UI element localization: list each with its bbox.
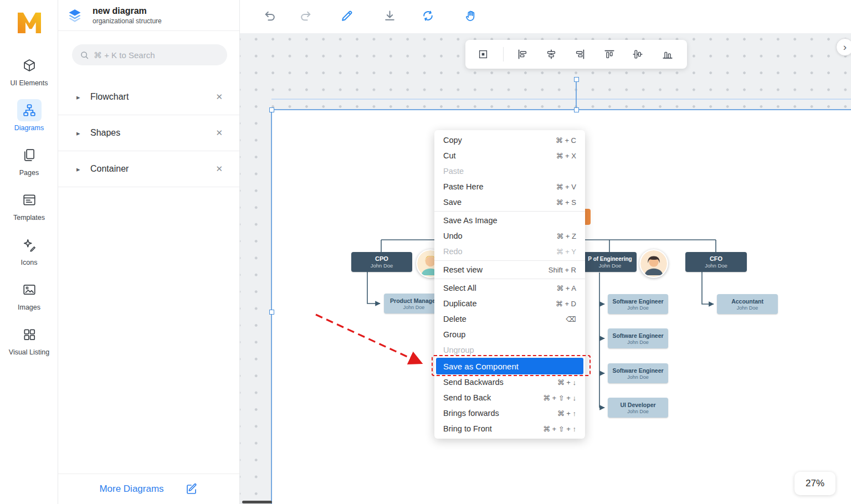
org-node-software-engineer-2[interactable]: Software Engineer John Doe bbox=[608, 328, 668, 348]
search-icon bbox=[80, 50, 89, 60]
menu-item-redo: Redo ⌘ + Y bbox=[434, 244, 585, 259]
chevron-right-icon[interactable]: ▸ bbox=[76, 165, 90, 173]
selection-handle-top-left[interactable] bbox=[269, 107, 274, 112]
edit-square-icon[interactable] bbox=[185, 482, 198, 496]
context-menu: Copy ⌘ + C Cut ⌘ + X Paste Paste Here ⌘ … bbox=[434, 130, 585, 439]
selection-handle-middle-left[interactable] bbox=[269, 310, 274, 315]
rail-item-visual-listing[interactable]: Visual Listing bbox=[0, 323, 58, 368]
menu-item-save[interactable]: Save ⌘ + S bbox=[434, 194, 585, 210]
menu-divider bbox=[434, 260, 585, 261]
section-container[interactable]: ▸ Container ✕ bbox=[58, 151, 239, 187]
alignment-toolbar bbox=[465, 40, 687, 69]
org-node-ui-developer[interactable]: UI Developer John Doe bbox=[608, 398, 668, 418]
menu-item-bring-to-front[interactable]: Bring to Front ⌘ + ⇧ + ↑ bbox=[434, 421, 585, 436]
chevron-right-icon[interactable]: ▸ bbox=[76, 129, 90, 137]
zoom-level-badge[interactable]: 27% bbox=[794, 472, 835, 495]
pages-icon bbox=[17, 144, 42, 166]
menu-divider bbox=[434, 279, 585, 279]
avatar-vp-engineering[interactable] bbox=[639, 249, 668, 278]
sidebar-footer: More Diagrams bbox=[58, 474, 239, 504]
menu-item-save-as-image[interactable]: Save As Image bbox=[434, 213, 585, 228]
org-node-vp-engineering[interactable]: P of Engineering John Doe bbox=[583, 252, 637, 272]
menu-divider bbox=[434, 211, 585, 212]
close-icon[interactable]: ✕ bbox=[216, 92, 223, 102]
org-node-accountant[interactable]: Accountant John Doe bbox=[717, 294, 778, 314]
org-node-cpo[interactable]: CPO John Doe bbox=[351, 252, 412, 272]
menu-item-paste-here[interactable]: Paste Here ⌘ + V bbox=[434, 179, 585, 194]
sync-icon[interactable] bbox=[420, 8, 435, 23]
sparkle-pencil-icon bbox=[17, 234, 42, 256]
menu-item-delete[interactable]: Delete ⌫ bbox=[434, 311, 585, 327]
menu-item-save-as-component[interactable]: Save as Component bbox=[436, 358, 583, 374]
align-center-horizontal-icon[interactable] bbox=[545, 48, 557, 60]
menu-item-brings-forwards[interactable]: Brings forwards ⌘ + ↑ bbox=[434, 405, 585, 421]
align-middle-icon[interactable] bbox=[632, 48, 644, 60]
selection-handle-top-center[interactable] bbox=[574, 107, 579, 112]
search-box[interactable] bbox=[72, 44, 227, 65]
horizontal-scrollbar-thumb[interactable] bbox=[242, 501, 272, 503]
menu-item-reset-view[interactable]: Reset view Shift + R bbox=[434, 262, 585, 277]
picture-icon bbox=[17, 279, 42, 301]
menu-item-ungroup: Ungroup bbox=[434, 342, 585, 358]
chevron-right-edge-button[interactable]: › bbox=[836, 38, 851, 56]
org-node-software-engineer-1[interactable]: Software Engineer John Doe bbox=[608, 294, 668, 314]
cube-icon bbox=[17, 54, 42, 76]
hand-icon[interactable] bbox=[463, 8, 478, 23]
rail-item-templates[interactable]: Templates bbox=[0, 189, 58, 234]
menu-item-send-to-back[interactable]: Send to Back ⌘ + ⇧ + ↓ bbox=[434, 390, 585, 405]
close-icon[interactable]: ✕ bbox=[216, 128, 223, 138]
menu-item-cut[interactable]: Cut ⌘ + X bbox=[434, 148, 585, 163]
sidebar-header: new diagram organizational structure bbox=[58, 0, 239, 31]
m-logo-icon bbox=[14, 4, 45, 39]
menu-item-select-all[interactable]: Select All ⌘ + A bbox=[434, 280, 585, 296]
org-node-cfo[interactable]: CFO John Doe bbox=[685, 252, 747, 272]
rail-item-ui-elements[interactable]: UI Elements bbox=[0, 54, 58, 99]
menu-item-undo[interactable]: Undo ⌘ + Z bbox=[434, 228, 585, 244]
chevron-right-icon[interactable]: ▸ bbox=[76, 93, 90, 101]
section-shapes[interactable]: ▸ Shapes ✕ bbox=[58, 115, 239, 151]
menu-item-copy[interactable]: Copy ⌘ + C bbox=[434, 132, 585, 148]
pencil-icon[interactable] bbox=[339, 8, 355, 23]
more-diagrams-link[interactable]: More Diagrams bbox=[99, 484, 163, 495]
canvas[interactable]: CPO John Doe P of Engineering John Doe C… bbox=[240, 0, 851, 504]
search-input[interactable] bbox=[94, 50, 219, 60]
menu-item-group[interactable]: Group bbox=[434, 327, 585, 342]
align-top-icon[interactable] bbox=[603, 48, 616, 60]
menu-item-send-backwards[interactable]: Send Backwards ⌘ + ↓ bbox=[434, 374, 585, 390]
rail-item-icons[interactable]: Icons bbox=[0, 234, 58, 279]
menu-item-paste: Paste bbox=[434, 163, 585, 179]
selection-handle-rotate[interactable] bbox=[574, 77, 579, 82]
app-logo[interactable] bbox=[0, 4, 58, 39]
menu-item-duplicate[interactable]: Duplicate ⌘ + D bbox=[434, 296, 585, 311]
redo-icon[interactable] bbox=[298, 8, 313, 23]
download-icon[interactable] bbox=[382, 8, 397, 23]
org-chart-icon bbox=[17, 99, 42, 121]
toolbar-divider bbox=[503, 47, 504, 61]
selection-frame-icon[interactable] bbox=[477, 48, 489, 60]
align-bottom-icon[interactable] bbox=[662, 48, 674, 60]
close-icon[interactable]: ✕ bbox=[216, 164, 223, 174]
diagram-subtitle: organizational structure bbox=[93, 17, 162, 25]
grid-icon bbox=[17, 323, 42, 346]
org-node-software-engineer-3[interactable]: Software Engineer John Doe bbox=[608, 363, 668, 383]
section-flowchart[interactable]: ▸ Flowchart ✕ bbox=[58, 79, 239, 115]
canvas-toolbar bbox=[240, 0, 851, 33]
layers-icon bbox=[67, 8, 83, 23]
sidebar-panel: new diagram organizational structure ▸ F… bbox=[58, 0, 240, 504]
diagram-title: new diagram bbox=[93, 6, 162, 17]
rail-item-pages[interactable]: Pages bbox=[0, 144, 58, 189]
rail-item-diagrams[interactable]: Diagrams bbox=[0, 99, 58, 144]
icon-rail: UI Elements Diagrams Pages Templates bbox=[0, 0, 58, 504]
undo-icon[interactable] bbox=[262, 8, 278, 23]
template-window-icon bbox=[17, 189, 42, 211]
align-right-icon[interactable] bbox=[574, 48, 586, 60]
rail-item-images[interactable]: Images bbox=[0, 279, 58, 323]
app-window: UI Elements Diagrams Pages Templates bbox=[0, 0, 851, 504]
align-left-icon[interactable] bbox=[516, 48, 529, 60]
shape-section-list: ▸ Flowchart ✕ ▸ Shapes ✕ ▸ Container ✕ bbox=[58, 79, 239, 187]
